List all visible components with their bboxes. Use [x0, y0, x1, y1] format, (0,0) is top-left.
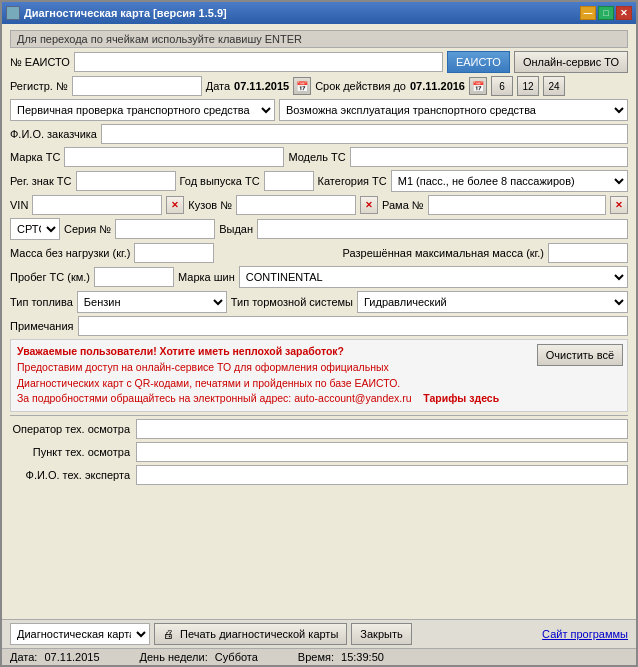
btn-24[interactable]: 24 [543, 76, 565, 96]
fuel-select[interactable]: Бензин [77, 291, 227, 313]
status-time: Время: 15:39:50 [298, 651, 384, 663]
minimize-button[interactable]: — [580, 6, 596, 20]
maximize-button[interactable]: □ [598, 6, 614, 20]
printer-icon: 🖨 [163, 628, 174, 640]
eaisto-input[interactable] [74, 52, 443, 72]
promo-line4-text: За подробностями обращайтесь на электрон… [17, 392, 412, 404]
seria-input[interactable] [115, 219, 215, 239]
eaisto-label: № ЕАИСТО [10, 56, 70, 68]
exploit-status-select[interactable]: Возможна эксплуатация транспортного сред… [279, 99, 628, 121]
model-input[interactable] [350, 147, 628, 167]
check-type-row: Первичная проверка транспортного средств… [10, 99, 628, 121]
frame-clear-button[interactable]: ✕ [610, 196, 628, 214]
close-button[interactable]: Закрыть [351, 623, 411, 645]
vidan-input[interactable] [257, 219, 628, 239]
status-time-value: 15:39:50 [341, 651, 384, 663]
separator [10, 415, 628, 416]
site-link[interactable]: Сайт программы [542, 628, 628, 640]
punkt-row: Пункт тех. осмотра [10, 442, 628, 462]
tyre-label: Марка шин [178, 271, 235, 283]
oper-row: Оператор тех. осмотра [10, 419, 628, 439]
date-value: 07.11.2015 [234, 80, 289, 92]
punkt-input[interactable] [136, 442, 628, 462]
marka-model-row: Марка ТС Модель ТС [10, 147, 628, 167]
status-day-label: День недели: [140, 651, 208, 663]
fuel-brake-row: Тип топлива Бензин Тип тормозной системы… [10, 291, 628, 313]
marka-input[interactable] [64, 147, 284, 167]
brake-select[interactable]: Гидравлический [357, 291, 628, 313]
content-area: Для перехода по ячейкам используйте клав… [2, 24, 636, 619]
status-day: День недели: Суббота [140, 651, 258, 663]
tariffs-link[interactable]: Тарифы здесь [423, 392, 499, 404]
mass-input[interactable] [134, 243, 214, 263]
vin-input[interactable] [32, 195, 162, 215]
fio-label: Ф.И.О. заказчика [10, 128, 97, 140]
online-service-button[interactable]: Онлайн-сервис ТО [514, 51, 628, 73]
reg-label: Регистр. № [10, 80, 68, 92]
reg-znak-input[interactable] [76, 171, 176, 191]
title-buttons: — □ ✕ [580, 6, 632, 20]
vin-clear-button[interactable]: ✕ [166, 196, 184, 214]
year-label: Год выпуска ТС [180, 175, 260, 187]
validity-value: 07.11.2016 [410, 80, 465, 92]
vin-label: VIN [10, 199, 28, 211]
btn-6[interactable]: 6 [491, 76, 513, 96]
clear-all-area: Очистить всё [537, 344, 623, 366]
promo-line1: Уважаемые пользователи! Хотите иметь неп… [17, 344, 621, 360]
category-select[interactable]: M1 (пасс., не более 8 пассажиров) [391, 170, 628, 192]
print-button[interactable]: 🖨 Печать диагностической карты [154, 623, 347, 645]
close-window-button[interactable]: ✕ [616, 6, 632, 20]
seria-label: Серия № [64, 223, 111, 235]
vin-row: VIN ✕ Кузов № ✕ Рама № ✕ [10, 195, 628, 215]
reg-date-row: Регистр. № Дата 07.11.2015 📅 Срок действ… [10, 76, 628, 96]
oper-input[interactable] [136, 419, 628, 439]
promo-box: Уважаемые пользователи! Хотите иметь неп… [10, 339, 628, 412]
notes-row: Примечания [10, 316, 628, 336]
promo-line2: Предоставим доступ на онлайн-сервисе ТО … [17, 360, 621, 376]
punkt-label: Пункт тех. осмотра [10, 446, 130, 458]
reg-input[interactable] [72, 76, 202, 96]
body-clear-button[interactable]: ✕ [360, 196, 378, 214]
clear-all-button[interactable]: Очистить всё [537, 344, 623, 366]
notes-input[interactable] [78, 316, 628, 336]
body-label: Кузов № [188, 199, 232, 211]
hint-bar: Для перехода по ячейкам используйте клав… [10, 30, 628, 48]
fio-input[interactable] [101, 124, 628, 144]
promo-line3: Диагностических карт с QR-кодами, печатя… [17, 376, 621, 392]
reg-znak-row: Рег. знак ТС Год выпуска ТС Категория ТС… [10, 170, 628, 192]
category-label: Категория ТС [318, 175, 387, 187]
validity-label: Срок действия до [315, 80, 406, 92]
year-input[interactable] [264, 171, 314, 191]
body-input[interactable] [236, 195, 356, 215]
max-mass-input[interactable] [548, 243, 628, 263]
probeg-tyre-row: Пробег ТС (км.) Марка шин CONTINENTAL [10, 266, 628, 288]
model-label: Модель ТС [288, 151, 345, 163]
main-window: Диагностическая карта [версия 1.5.9] — □… [0, 0, 638, 667]
bottom-bar: Диагностическая карта 2 🖨 Печать диагнос… [2, 619, 636, 648]
operator-section: Оператор тех. осмотра Пункт тех. осмотра… [10, 419, 628, 485]
validity-picker-icon[interactable]: 📅 [469, 77, 487, 95]
crtc-select[interactable]: СРТС [10, 218, 60, 240]
print-label: Печать диагностической карты [180, 628, 338, 640]
btn-12[interactable]: 12 [517, 76, 539, 96]
expert-input[interactable] [136, 465, 628, 485]
status-bar: Дата: 07.11.2015 День недели: Суббота Вр… [2, 648, 636, 665]
check-type-select[interactable]: Первичная проверка транспортного средств… [10, 99, 275, 121]
eaisto-button[interactable]: ЕАИСТО [447, 51, 510, 73]
status-day-value: Суббота [215, 651, 258, 663]
probeg-input[interactable] [94, 267, 174, 287]
status-date-value: 07.11.2015 [44, 651, 99, 663]
date-picker-icon[interactable]: 📅 [293, 77, 311, 95]
status-date-label: Дата: [10, 651, 37, 663]
crtc-row: СРТС Серия № Выдан [10, 218, 628, 240]
status-time-label: Время: [298, 651, 334, 663]
expert-label: Ф.И.О. тех. эксперта [10, 469, 130, 481]
brake-label: Тип тормозной системы [231, 296, 353, 308]
frame-input[interactable] [428, 195, 606, 215]
card-type-select[interactable]: Диагностическая карта 2 [10, 623, 150, 645]
fio-row: Ф.И.О. заказчика [10, 124, 628, 144]
fuel-label: Тип топлива [10, 296, 73, 308]
status-date: Дата: 07.11.2015 [10, 651, 100, 663]
tyre-select[interactable]: CONTINENTAL [239, 266, 628, 288]
reg-znak-label: Рег. знак ТС [10, 175, 72, 187]
